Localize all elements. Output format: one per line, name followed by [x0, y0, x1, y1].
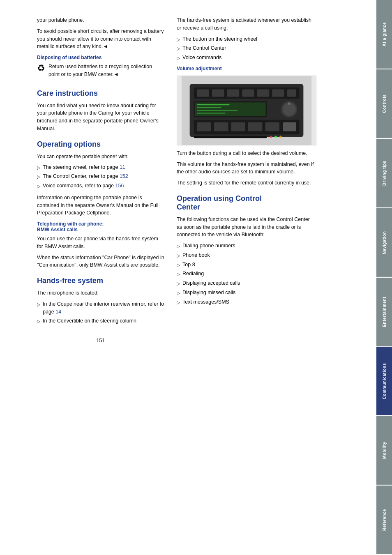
right-column: The hands-free system is activated whene… — [177, 16, 316, 539]
svg-rect-6 — [242, 89, 254, 97]
sidebar-tab-navigation[interactable]: Navigation — [376, 208, 392, 277]
list-item: ▷ The button on the steering wheel — [177, 35, 316, 43]
svg-rect-12 — [197, 104, 229, 105]
operation-bullet-4: Redialing — [182, 270, 204, 278]
operation-bullets-list: ▷ Dialing phone numbers ▷ Phone book ▷ T… — [177, 242, 316, 306]
operating-bullet-3: Voice commands, refer to page 156 — [43, 182, 124, 190]
operation-bullet-6: Displaying missed calls — [182, 289, 235, 297]
bullet-arrow-icon: ▷ — [177, 45, 180, 52]
sidebar: At a glance Controls Driving tips Naviga… — [376, 0, 392, 555]
operation-bullet-1: Dialing phone numbers — [182, 242, 235, 250]
link-11[interactable]: 11 — [120, 164, 125, 170]
list-item: ▷ Text messages/SMS — [177, 298, 316, 306]
svg-point-18 — [288, 102, 291, 105]
svg-rect-14 — [197, 110, 238, 111]
bullet-arrow-icon: ▷ — [177, 55, 180, 62]
svg-rect-20 — [197, 122, 211, 131]
bullet-arrow-icon: ▷ — [177, 36, 180, 43]
operating-intro: You can operate the portable phone* with… — [37, 153, 164, 160]
bullet-arrow-icon: ▷ — [177, 290, 180, 297]
bullet-arrow-icon: ▷ — [177, 280, 180, 287]
disposing-heading: Disposing of used batteries — [37, 55, 164, 60]
operating-bullet-1: The steering wheel, refer to page 11 — [43, 164, 125, 171]
list-item: ▷ In the Convertible on the steering col… — [37, 317, 164, 325]
list-item: ▷ The steering wheel, refer to page 11 — [37, 164, 164, 171]
recycle-icon: ♻ — [37, 64, 45, 73]
operation-bullet-7: Text messages/SMS — [182, 298, 229, 306]
telephoning-text-2: When the status information "Car Phone" … — [37, 254, 164, 269]
list-item: ▷ The Control Center, refer to page 152 — [37, 173, 164, 180]
sidebar-tab-entertainment[interactable]: Entertainment — [376, 278, 392, 346]
bullet-arrow-icon: ▷ — [37, 164, 40, 171]
bullet-arrow-icon: ▷ — [37, 301, 40, 308]
care-heading: Care instructions — [37, 89, 164, 98]
svg-rect-26 — [194, 136, 267, 138]
svg-rect-24 — [265, 122, 279, 131]
left-column: your portable phone. To avoid possible s… — [37, 16, 164, 539]
sidebar-tab-driving-tips[interactable]: Driving tips — [376, 139, 392, 207]
svg-rect-21 — [214, 122, 228, 131]
sidebar-tab-at-a-glance[interactable]: At a glance — [376, 0, 392, 69]
list-item: ▷ Voice commands — [177, 54, 316, 62]
svg-rect-22 — [231, 122, 245, 131]
operation-bullet-3: Top 8 — [182, 261, 195, 269]
svg-rect-15 — [197, 113, 225, 114]
main-content: your portable phone. To avoid possible s… — [0, 0, 376, 555]
svg-rect-5 — [227, 89, 240, 97]
handsfree-activated-text: The hands-free system is activated whene… — [177, 16, 316, 32]
svg-rect-7 — [257, 89, 270, 97]
list-item: ▷ Top 8 — [177, 261, 316, 269]
bullet-arrow-icon: ▷ — [177, 243, 180, 250]
handsfree-intro: The microphone is located: — [37, 289, 164, 297]
activation-bullets-list: ▷ The button on the steering wheel ▷ The… — [177, 35, 316, 62]
svg-rect-25 — [283, 122, 296, 131]
volume-text-2: This volume for the hands-free system is… — [177, 161, 316, 176]
activation-bullet-3: Voice commands — [182, 54, 221, 62]
operation-intro: The following functions can be used via … — [177, 216, 316, 239]
intro-text-2: To avoid possible short circuits, after … — [37, 28, 164, 51]
list-item: ▷ Displaying accepted calls — [177, 279, 316, 287]
svg-rect-23 — [248, 122, 263, 131]
svg-rect-8 — [272, 89, 284, 97]
volume-text-1: Turn the button during a call to select … — [177, 150, 316, 157]
telephoning-text-1: You can use the car phone via the hands-… — [37, 235, 164, 251]
sidebar-tab-mobility[interactable]: Mobility — [376, 416, 392, 485]
list-item: ▷ Phone book — [177, 251, 316, 259]
handsfree-heading: Hands-free system — [37, 276, 164, 285]
svg-point-28 — [274, 136, 277, 138]
activation-bullet-1: The button on the steering wheel — [182, 35, 257, 43]
page-container: your portable phone. To avoid possible s… — [0, 0, 392, 555]
link-14[interactable]: 14 — [55, 309, 61, 315]
intro-text-1: your portable phone. — [37, 16, 164, 24]
volume-heading: Volume adjustment — [177, 66, 316, 71]
handsfree-bullet-2: In the Convertible on the steering colum… — [43, 317, 136, 325]
bullet-arrow-icon: ▷ — [177, 299, 180, 306]
disposing-text: Return used batteries to a recycling col… — [48, 63, 164, 78]
operation-bullet-2: Phone book — [182, 251, 210, 259]
activation-bullet-2: The Control Center — [182, 44, 226, 52]
handsfree-bullets-list: ▷ In the Coupe near the interior rearvie… — [37, 300, 164, 325]
sidebar-tab-controls[interactable]: Controls — [376, 69, 392, 138]
list-item: ▷ Redialing — [177, 270, 316, 278]
svg-rect-9 — [287, 89, 296, 97]
list-item: ▷ Displaying missed calls — [177, 289, 316, 297]
operating-note: Information on operating the portable ph… — [37, 194, 164, 217]
bullet-arrow-icon: ▷ — [37, 173, 40, 180]
sidebar-tab-reference[interactable]: Reference — [376, 486, 392, 554]
link-152[interactable]: 152 — [120, 173, 128, 179]
volume-text-3: The setting is stored for the remote con… — [177, 179, 316, 187]
sidebar-tab-communications[interactable]: Communications — [376, 347, 392, 415]
bullet-arrow-icon: ▷ — [37, 318, 40, 325]
list-item: ▷ Voice commands, refer to page 156 — [37, 182, 164, 190]
bullet-arrow-icon: ▷ — [177, 271, 180, 278]
operation-heading: Operation using Control Center — [177, 194, 316, 212]
operation-bullet-5: Displaying accepted calls — [182, 279, 240, 287]
telephoning-heading: Telephoning with car phone: BMW Assist c… — [37, 221, 164, 233]
operating-bullet-2: The Control Center, refer to page 152 — [43, 173, 128, 180]
handsfree-bullet-1: In the Coupe near the interior rearview … — [43, 300, 164, 316]
svg-rect-13 — [197, 107, 221, 108]
bullet-arrow-icon: ▷ — [177, 262, 180, 269]
link-156[interactable]: 156 — [115, 183, 124, 189]
list-item: ▷ In the Coupe near the interior rearvie… — [37, 300, 164, 316]
list-item: ▷ The Control Center — [177, 44, 316, 52]
